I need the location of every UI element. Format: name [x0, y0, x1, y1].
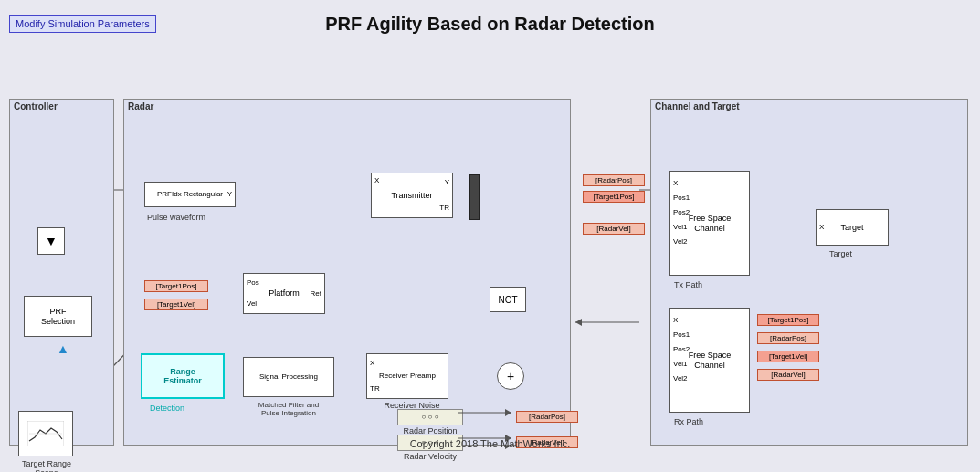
free-space-rx-block: Free Space Channel X Pos1 Pos2 Vel1 Vel2	[669, 308, 750, 413]
radar-subsystem: Radar PRFIdx Rectangular Y Pulse wavefor…	[123, 99, 571, 446]
controller-subsystem: Controller ▼ PRF Selection ▲	[9, 99, 114, 446]
signal-processing-block: Signal Processing	[243, 357, 334, 397]
radar-velocity-label: Radar Velocity	[397, 452, 463, 461]
radarpos-from-tx: [RadarPos]	[583, 174, 645, 186]
detection-label: Detection	[150, 404, 184, 413]
target1vel-goto-1: [Target1Vel]	[144, 299, 208, 310]
prf-down-arrow: ▲	[57, 341, 69, 356]
diagram-area: Controller ▼ PRF Selection ▲ Radar PRFId…	[0, 44, 980, 455]
sum-block: +	[497, 362, 524, 390]
target1pos-goto-rx: [Target1Pos]	[757, 314, 819, 326]
prfidx-block: PRFIdx Rectangular Y	[144, 182, 236, 207]
rx-path-label: Rx Path	[674, 417, 703, 426]
radarvel-goto-rx: [RadarVel]	[757, 369, 819, 381]
modify-simulation-button[interactable]: Modify Simulation Parameters	[9, 15, 156, 33]
radarvel-from-tx: [RadarVel]	[583, 223, 645, 235]
platform-block: Pos Vel Platform Ref	[243, 273, 325, 314]
radarpos-goto-rx: [RadarPos]	[757, 332, 819, 344]
range-estimator-block: Range Estimator	[141, 353, 225, 399]
transmitter-block: X Transmitter Y TR	[371, 173, 453, 218]
radar-position-area: ○ ○ ○ Radar Position	[397, 409, 463, 435]
radarpos-out-goto: [RadarPos]	[516, 411, 578, 423]
page-title: PRF Agility Based on Radar Detection	[325, 14, 654, 35]
receiver-preamp-block: X Receiver Preamp TR	[366, 353, 448, 399]
target-label: Target	[829, 249, 852, 258]
down-arrow-block: ▼	[37, 227, 65, 255]
mux-block	[469, 174, 480, 220]
controller-label: Controller	[14, 101, 58, 111]
target-range-scope-label: Target Range Scope	[14, 459, 79, 472]
free-space-tx-block: Free Space Channel X Pos1 Pos2 Vel1 Vel2	[669, 171, 750, 276]
channel-target-subsystem: Channel and Target Free Space Channel X …	[650, 99, 968, 446]
pulse-waveform-label: Pulse waveform	[147, 213, 205, 222]
channel-target-label: Channel and Target	[655, 101, 740, 111]
radar-label: Radar	[128, 101, 153, 111]
target1pos-goto-1: [Target1Pos]	[144, 280, 208, 292]
matched-filter-label: Matched Filter and Pulse Integration	[234, 401, 343, 417]
target1vel-goto-rx: [Target1Vel]	[757, 351, 819, 362]
copyright-text: Copyright 2018 The MathWorks Inc.	[0, 436, 980, 451]
tx-path-label: Tx Path	[674, 280, 702, 289]
svg-marker-25	[575, 319, 582, 326]
not-block: NOT	[490, 287, 526, 312]
target1pos-from-tx: [Target1Pos]	[583, 191, 645, 203]
prf-selection-block: PRF Selection	[24, 296, 92, 337]
radar-position-block: ○ ○ ○	[397, 409, 463, 425]
target-block: X Target	[816, 209, 889, 246]
